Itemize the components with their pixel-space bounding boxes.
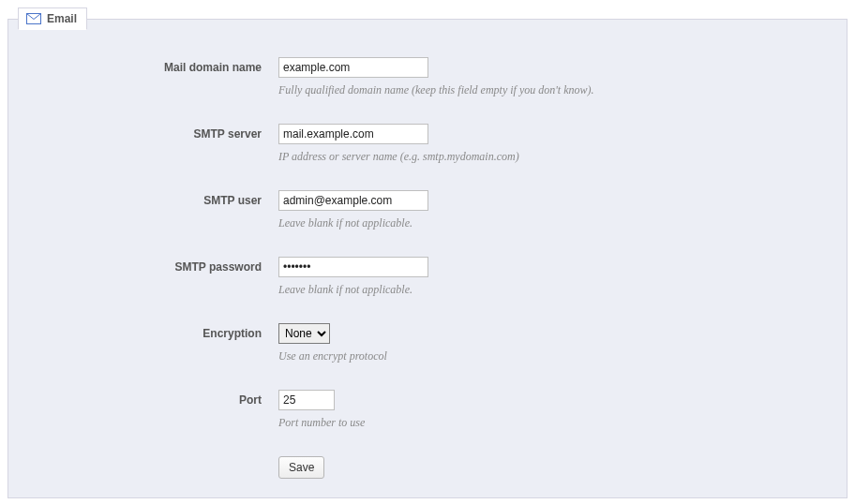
save-button[interactable]: Save: [278, 456, 324, 479]
smtp-server-input[interactable]: [278, 124, 428, 144]
row-encryption: Encryption None Use an encrypt protocol: [27, 323, 828, 363]
encryption-select[interactable]: None: [278, 323, 330, 344]
hint-encryption: Use an encrypt protocol: [278, 349, 828, 363]
tab-email-label: Email: [47, 12, 77, 25]
label-smtp-password: SMTP password: [27, 257, 278, 274]
port-input[interactable]: [278, 390, 335, 410]
label-smtp-server: SMTP server: [27, 124, 278, 141]
smtp-password-input[interactable]: [278, 257, 428, 277]
label-port: Port: [27, 390, 278, 407]
email-settings-panel: Email Mail domain name Fully qualified d…: [8, 19, 848, 498]
row-mail-domain: Mail domain name Fully qualified domain …: [27, 57, 828, 97]
hint-smtp-server: IP address or server name (e.g. smtp.myd…: [278, 150, 828, 164]
tab-email[interactable]: Email: [18, 7, 87, 30]
mail-icon: [26, 13, 41, 24]
row-actions: Save: [27, 456, 828, 479]
label-mail-domain: Mail domain name: [27, 57, 278, 74]
mail-domain-input[interactable]: [278, 57, 428, 78]
row-smtp-user: SMTP user Leave blank if not applicable.: [27, 190, 828, 230]
hint-smtp-user: Leave blank if not applicable.: [278, 216, 828, 230]
row-port: Port Port number to use: [27, 390, 828, 430]
hint-port: Port number to use: [278, 416, 828, 430]
row-smtp-server: SMTP server IP address or server name (e…: [27, 124, 828, 164]
row-smtp-password: SMTP password Leave blank if not applica…: [27, 257, 828, 297]
smtp-user-input[interactable]: [278, 190, 428, 211]
hint-mail-domain: Fully qualified domain name (keep this f…: [278, 83, 828, 97]
label-smtp-user: SMTP user: [27, 190, 278, 207]
label-encryption: Encryption: [27, 323, 278, 340]
hint-smtp-password: Leave blank if not applicable.: [278, 283, 828, 297]
